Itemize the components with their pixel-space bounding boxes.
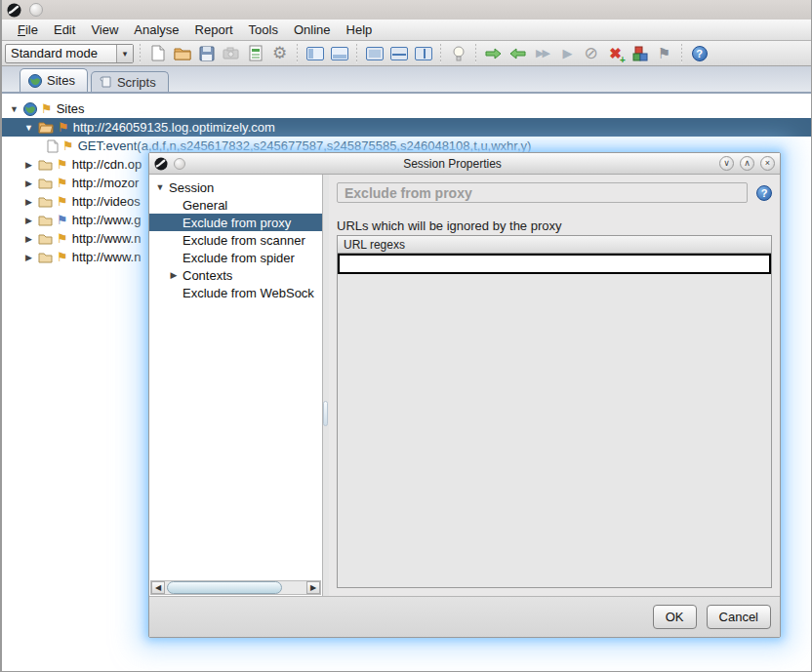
expander-closed-icon[interactable]: ▶	[169, 270, 179, 280]
flag-icon: ⚑	[57, 195, 68, 208]
zap-logo-icon	[154, 157, 168, 171]
ok-button[interactable]: OK	[653, 605, 697, 629]
tree-row-label: http://videos	[72, 194, 141, 209]
expander-closed-icon[interactable]: ▶	[23, 178, 34, 188]
panel-title-box: Exclude from proxy	[337, 182, 748, 203]
splitter-handle[interactable]	[323, 401, 328, 426]
combo-arrow-icon: ▾	[116, 45, 133, 62]
flag-icon[interactable]: ⚑	[653, 42, 675, 64]
table-header-label: URL regexs	[344, 238, 405, 252]
manage-addons-icon[interactable]	[629, 42, 651, 64]
expander-open-icon[interactable]: ▼	[23, 123, 34, 133]
dialog-button-bar: OK Cancel	[149, 596, 780, 637]
expander-open-icon[interactable]: ▼	[9, 104, 20, 114]
tree-row-label: http://cdn.op	[72, 157, 142, 172]
help-icon[interactable]: ?	[756, 185, 772, 201]
delete-alerts-icon[interactable]: ✖+	[604, 42, 627, 64]
scroll-left-icon[interactable]: ◀	[151, 581, 165, 594]
expander-closed-icon[interactable]: ▶	[23, 197, 34, 207]
response-panel-icon[interactable]	[328, 42, 350, 64]
menu-help[interactable]: Help	[339, 20, 381, 39]
split-vertical-icon[interactable]	[412, 42, 434, 64]
folder-icon	[38, 159, 53, 171]
folder-icon	[38, 178, 53, 189]
dialog-menu-orb-icon[interactable]	[174, 158, 185, 170]
dialog-tree-exclude-websockets[interactable]: Exclude from WebSock	[149, 284, 322, 301]
menubar: File Edit View Analyse Report Tools Onli…	[2, 20, 811, 41]
tab-sites[interactable]: Sites	[20, 68, 88, 92]
folder-open-icon	[38, 121, 54, 134]
folder-icon	[38, 252, 53, 263]
break-icon[interactable]: ⊘	[580, 42, 602, 64]
table-header[interactable]: URL regexs	[338, 236, 771, 254]
options-gear-icon[interactable]: ⚙	[268, 42, 291, 64]
tree-row-label: GET:event(a,d,f,n,s245617832,s245677587,…	[78, 138, 532, 153]
menu-file[interactable]: File	[10, 20, 46, 39]
toolbar-separator	[140, 44, 141, 63]
main-toolbar: Standard mode ▾ ⚙	[2, 41, 811, 66]
tab-scripts[interactable]: Scripts	[91, 71, 169, 92]
zap-main-window: File Edit View Analyse Report Tools Onli…	[0, 0, 812, 672]
panel-title: Exclude from proxy	[345, 185, 472, 201]
scroll-icon	[100, 75, 112, 89]
continue-icon[interactable]: ▶	[555, 42, 578, 64]
dialog-tree-session[interactable]: ▼ Session	[149, 178, 322, 196]
menu-view[interactable]: View	[83, 20, 126, 39]
dialog-body: ▼ Session General Exclude from proxy Exc…	[149, 175, 780, 596]
expander-closed-icon[interactable]: ▶	[23, 160, 34, 170]
table-empty-row[interactable]	[338, 254, 771, 274]
scroll-right-icon[interactable]: ▶	[306, 581, 320, 594]
hint-bulb-icon[interactable]	[447, 42, 469, 64]
split-horizontal-icon[interactable]	[387, 42, 410, 64]
new-session-icon[interactable]	[146, 42, 169, 64]
dialog-tree-exclude-scanner[interactable]: Exclude from scanner	[149, 231, 322, 249]
expander-closed-icon[interactable]: ▶	[23, 216, 34, 225]
menu-tools[interactable]: Tools	[241, 20, 286, 39]
expander-closed-icon[interactable]: ▶	[23, 234, 34, 244]
scrollbar-thumb[interactable]	[167, 581, 282, 594]
dialog-tree-hscrollbar[interactable]: ◀ ▶	[150, 580, 321, 595]
step-icon[interactable]: ▶▶	[531, 42, 553, 64]
close-button[interactable]: ×	[760, 156, 775, 171]
toolbar-separator	[681, 44, 682, 63]
tree-row-label: http://www.n	[72, 250, 142, 264]
window-menu-orb-icon[interactable]	[29, 3, 43, 17]
expander-open-icon[interactable]: ▼	[155, 182, 165, 192]
expander-closed-icon[interactable]: ▶	[23, 253, 34, 262]
dialog-tree: ▼ Session General Exclude from proxy Exc…	[149, 175, 323, 596]
dialog-tree-label: Session	[169, 180, 214, 195]
help-icon[interactable]: ?	[688, 42, 710, 64]
dialog-tree-label: Exclude from WebSock	[183, 286, 314, 300]
menu-edit[interactable]: Edit	[46, 20, 83, 39]
unshade-button[interactable]: ∧	[740, 156, 754, 171]
maximize-panel-icon[interactable]	[363, 42, 386, 64]
globe-icon	[28, 74, 42, 88]
dialog-tree-label: Exclude from proxy	[183, 216, 291, 230]
dialog-titlebar[interactable]: Session Properties ∨ ∧ ×	[149, 153, 780, 175]
folder-icon	[38, 233, 53, 245]
menu-analyse[interactable]: Analyse	[126, 20, 186, 39]
shade-button[interactable]: ∨	[719, 156, 734, 171]
persist-session-icon[interactable]	[195, 42, 218, 64]
globe-icon	[23, 102, 37, 116]
dialog-tree-exclude-spider[interactable]: Exclude from spider	[149, 249, 322, 266]
navigate-forward-icon[interactable]	[482, 42, 505, 64]
dialog-tree-contexts[interactable]: ▶ Contexts	[149, 266, 322, 284]
folder-icon	[38, 215, 53, 226]
snapshot-icon	[220, 42, 242, 64]
tree-row-sites-root[interactable]: ▼ ⚑ Sites	[2, 99, 811, 118]
tree-row-selected-site[interactable]: ▼ ⚑ http://246059135.log.optimizely.com	[2, 118, 811, 137]
flag-icon: ⚑	[41, 102, 53, 115]
menu-report[interactable]: Report	[187, 20, 241, 39]
generate-report-icon[interactable]	[244, 42, 266, 64]
dialog-tree-exclude-proxy[interactable]: Exclude from proxy	[149, 214, 322, 231]
open-session-icon[interactable]	[171, 42, 193, 64]
navigate-back-icon[interactable]	[507, 42, 529, 64]
url-regex-table[interactable]: URL regexs	[337, 235, 772, 588]
menu-online[interactable]: Online	[286, 20, 339, 39]
mode-selector[interactable]: Standard mode ▾	[5, 44, 134, 63]
history-panel-icon[interactable]	[304, 42, 326, 64]
flag-icon: ⚑	[57, 158, 68, 171]
cancel-button[interactable]: Cancel	[707, 605, 771, 629]
dialog-tree-general[interactable]: General	[149, 196, 322, 214]
